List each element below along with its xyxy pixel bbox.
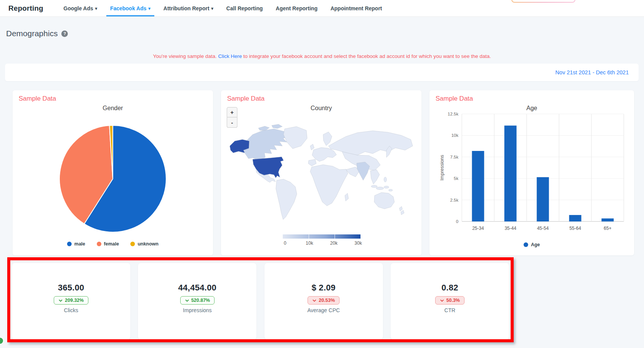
chevron-down-icon (312, 299, 317, 302)
world-map-choropleth (224, 123, 418, 230)
sample-data-label: Sample Data (19, 95, 56, 103)
kpi-value: $ 2.09 (312, 283, 336, 293)
svg-text:12.5k: 12.5k (448, 112, 458, 116)
kpi-card-ctr: 0.82 50.3% CTR (391, 263, 509, 340)
age-card: Sample Data Age 02.5k5k7.5k10k12.5k25-34… (429, 90, 634, 255)
age-bar-chart: 02.5k5k7.5k10k12.5k25-3435-4445-5455-646… (435, 109, 630, 236)
help-icon[interactable]: ? (61, 30, 68, 37)
kpi-card-average-cpc: $ 2.09 20.53% Average CPC (264, 263, 383, 340)
trend-badge: 520.87% (180, 296, 215, 305)
tab-attribution-report[interactable]: Attribution Report ▾ (160, 0, 217, 16)
map-zoom-in-button[interactable]: + (227, 107, 237, 117)
sample-data-notice: You're viewing sample data. Click Here t… (0, 53, 644, 59)
kpi-label: Impressions (183, 307, 211, 313)
svg-text:5k: 5k (454, 176, 458, 181)
kpi-value: 365.00 (58, 283, 84, 293)
chevron-down-icon (440, 299, 444, 302)
gender-chart-title: Gender (13, 105, 213, 112)
svg-text:25-34: 25-34 (472, 226, 484, 231)
legend-item-age: Age (524, 242, 540, 247)
date-range-picker[interactable]: Nov 21st 2021 - Dec 6th 2021 (555, 69, 629, 75)
trend-badge: 20.53% (308, 296, 339, 305)
svg-text:35-44: 35-44 (505, 226, 516, 231)
age-legend: Age (429, 242, 634, 247)
cutoff-button-top-right[interactable] (511, 0, 575, 3)
age-dot-icon (524, 242, 528, 247)
sample-data-label: Sample Data (436, 95, 473, 103)
tab-label: Facebook Ads (110, 5, 146, 11)
tab-label: Agent Reporting (276, 5, 318, 11)
svg-text:7.5k: 7.5k (450, 155, 458, 159)
svg-text:10k: 10k (451, 133, 458, 138)
chat-widget-partial[interactable] (0, 337, 4, 345)
svg-text:Impressions: Impressions (439, 155, 445, 180)
gender-pie-chart (56, 122, 170, 236)
gender-legend: male female unknown (13, 241, 213, 247)
male-dot-icon (67, 242, 72, 246)
unknown-dot-icon (130, 242, 135, 246)
kpi-label: Clicks (64, 307, 78, 313)
page-title: Demographics (6, 29, 58, 38)
legend-item-male: male (67, 241, 85, 247)
kpi-value: 44,454.00 (178, 283, 217, 293)
map-color-scale (283, 234, 360, 239)
female-dot-icon (97, 242, 101, 246)
trend-badge: 209.32% (54, 296, 88, 305)
gender-card: Sample Data Gender male female unknown (13, 90, 213, 255)
tab-label: Attribution Report (163, 5, 210, 11)
trend-badge: 50.3% (435, 296, 464, 305)
tab-appointment-report[interactable]: Appointment Report (327, 0, 386, 16)
chevron-down-icon: ▾ (95, 6, 98, 11)
kpi-card-impressions: 44,454.00 520.87% Impressions (138, 263, 256, 340)
legend-item-unknown: unknown (130, 241, 159, 247)
kpi-label: CTR (444, 307, 455, 313)
notice-text: You're viewing sample data. (153, 53, 218, 59)
svg-text:0: 0 (456, 219, 458, 224)
tab-facebook-ads[interactable]: Facebook Ads ▾ (106, 0, 154, 16)
map-scale-labels: 0 10k 20k 30k (277, 241, 366, 246)
kpi-card-clicks: 365.00 209.32% Clicks (12, 263, 130, 340)
chevron-down-icon (58, 299, 63, 302)
svg-text:2.5k: 2.5k (450, 198, 458, 202)
kpi-value: 0.82 (441, 283, 458, 293)
notice-text: to integrate your facebook account and s… (242, 53, 491, 59)
tab-agent-reporting[interactable]: Agent Reporting (272, 0, 322, 16)
tab-google-ads[interactable]: Google Ads ▾ (60, 0, 101, 16)
report-tabs: Google Ads ▾ Facebook Ads ▾ Attribution … (57, 0, 389, 16)
sample-data-label: Sample Data (227, 95, 264, 103)
filter-bar: Nov 21st 2021 - Dec 6th 2021 (5, 64, 639, 81)
tab-label: Call Reporting (226, 5, 263, 11)
legend-item-female: female (97, 241, 119, 247)
svg-text:45-54: 45-54 (537, 226, 549, 231)
click-here-link[interactable]: Click Here (218, 53, 242, 59)
kpi-card-row: 365.00 209.32% Clicks 44,454.00 520.87% … (10, 263, 511, 340)
svg-text:55-64: 55-64 (569, 226, 581, 231)
tab-call-reporting[interactable]: Call Reporting (223, 0, 267, 16)
chevron-down-icon: ▾ (148, 6, 151, 11)
chevron-down-icon: ▾ (211, 6, 213, 11)
kpi-label: Average CPC (307, 307, 340, 313)
chevron-down-icon (185, 299, 189, 302)
country-chart-title: Country (221, 105, 421, 112)
svg-text:65+: 65+ (604, 226, 611, 231)
map-zoom-out-button[interactable]: - (227, 117, 237, 128)
app-title: Reporting (8, 4, 43, 13)
country-card: Sample Data Country + - (221, 90, 421, 255)
tab-label: Google Ads (64, 5, 93, 11)
tab-label: Appointment Report (330, 5, 382, 11)
